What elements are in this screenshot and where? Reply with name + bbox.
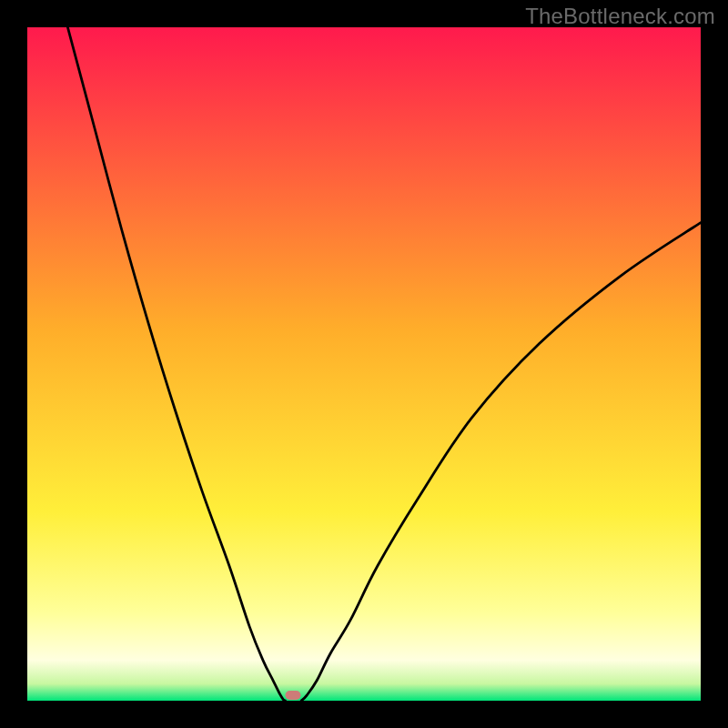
watermark-text: TheBottleneck.com bbox=[525, 4, 715, 29]
bottleneck-curve bbox=[27, 27, 701, 701]
optimal-marker bbox=[286, 691, 301, 700]
chart-frame: TheBottleneck.com bbox=[0, 0, 728, 728]
plot-area bbox=[27, 27, 701, 701]
